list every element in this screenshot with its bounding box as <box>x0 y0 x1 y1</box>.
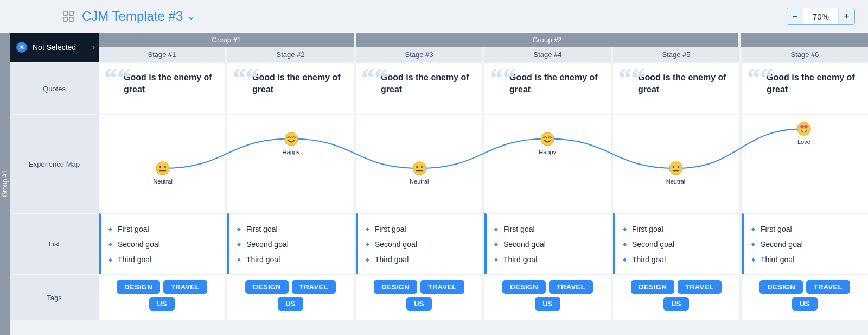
tag-chip[interactable]: US <box>663 297 689 311</box>
tags-cell[interactable]: DESIGNTRAVELUS <box>356 274 482 320</box>
svg-rect-3 <box>69 17 73 21</box>
tag-chip[interactable]: US <box>149 297 175 311</box>
stage-header[interactable]: Stage #6 <box>742 47 868 62</box>
groups-header: Group #1Group #2 <box>99 33 868 47</box>
tag-chip[interactable]: TRAVEL <box>420 280 464 294</box>
list-cell[interactable]: First goalSecond goalThird goal <box>742 213 868 274</box>
quote-icon: ““ <box>490 71 516 86</box>
quote-cell[interactable]: ““Good is the enemy of great <box>484 62 611 114</box>
list-item: Third goal <box>366 252 475 267</box>
row-tags: DESIGNTRAVELUSDESIGNTRAVELUSDESIGNTRAVEL… <box>99 274 868 320</box>
row-group-label: Group #1 <box>1 170 9 197</box>
quote-cell[interactable]: ““Good is the enemy of great <box>356 62 482 114</box>
stages-header: Stage #1Stage #2Stage #3Stage #4Stage #5… <box>99 47 868 62</box>
tag-chip[interactable]: DESIGN <box>374 280 417 294</box>
row-group-gutter[interactable]: Group #1 <box>0 33 10 335</box>
mood-label: Neutral <box>153 178 172 185</box>
list-item: Second goal <box>751 237 860 252</box>
list-item: First goal <box>623 222 732 237</box>
group-header[interactable]: Group #2 <box>356 33 738 47</box>
row-labels-column: ✕ Not Selected ›› Quotes Experience Map … <box>10 33 99 335</box>
tag-chip[interactable]: TRAVEL <box>549 280 593 294</box>
persona-selector[interactable]: ✕ Not Selected ›› <box>10 33 99 62</box>
quote-cell[interactable]: ““Good is the enemy of great <box>99 62 225 114</box>
list-cell[interactable]: First goalSecond goalThird goal <box>227 213 354 274</box>
expand-icon[interactable]: ›› <box>92 43 93 51</box>
grid-main: Group #1Group #2 Stage #1Stage #2Stage #… <box>99 33 868 335</box>
tag-chip[interactable]: DESIGN <box>760 280 803 294</box>
tag-chip[interactable]: DESIGN <box>245 280 289 294</box>
list-item: Second goal <box>108 237 218 252</box>
quote-icon: ““ <box>233 71 259 86</box>
experience-cell[interactable] <box>99 114 225 213</box>
list-cell[interactable]: First goalSecond goalThird goal <box>613 213 739 274</box>
experience-cell[interactable] <box>484 114 611 213</box>
quote-text: Good is the enemy of great <box>638 72 732 96</box>
mood-label: Happy <box>539 149 556 155</box>
list-item: First goal <box>366 222 475 237</box>
tag-chip[interactable]: TRAVEL <box>292 280 336 294</box>
row-list: First goalSecond goalThird goalFirst goa… <box>99 213 868 274</box>
row-label-tags[interactable]: Tags <box>10 274 99 320</box>
tag-chip[interactable]: US <box>406 297 432 311</box>
stage-header[interactable]: Stage #5 <box>613 47 739 62</box>
group-header-empty[interactable] <box>741 33 868 47</box>
list-item: Third goal <box>494 252 603 267</box>
tag-chip[interactable]: US <box>278 297 303 311</box>
tags-cell[interactable]: DESIGNTRAVELUS <box>613 274 739 320</box>
tag-chip[interactable]: DESIGN <box>631 280 674 294</box>
tag-chip[interactable]: TRAVEL <box>678 280 722 294</box>
persona-label: Not Selected <box>33 43 76 52</box>
list-cell[interactable]: First goalSecond goalThird goal <box>484 213 611 274</box>
zoom-value[interactable]: 70% <box>803 12 838 21</box>
list-item: Second goal <box>623 237 732 252</box>
list-item: First goal <box>494 222 603 237</box>
tag-chip[interactable]: TRAVEL <box>163 280 207 294</box>
experience-cell[interactable] <box>613 114 739 213</box>
zoom-in-button[interactable]: + <box>838 8 854 24</box>
experience-cell[interactable] <box>227 114 354 213</box>
list-item: Third goal <box>108 252 218 267</box>
quote-text: Good is the enemy of great <box>252 72 346 96</box>
svg-rect-2 <box>63 17 67 21</box>
quote-icon: ““ <box>618 71 644 86</box>
quote-cell[interactable]: ““Good is the enemy of great <box>742 62 868 114</box>
row-label-experience[interactable]: Experience Map <box>10 114 99 213</box>
row-label-list[interactable]: List <box>10 213 99 274</box>
tag-chip[interactable]: US <box>792 297 818 311</box>
quote-text: Good is the enemy of great <box>381 72 475 96</box>
app-grid-icon[interactable] <box>62 10 74 22</box>
stage-header[interactable]: Stage #4 <box>484 47 611 62</box>
list-item: Second goal <box>366 237 475 252</box>
mood-label: Happy <box>283 149 300 155</box>
tags-cell[interactable]: DESIGNTRAVELUS <box>99 274 225 320</box>
experience-cell[interactable] <box>356 114 482 213</box>
document-title-dropdown[interactable]: CJM Template #3 ⌄ <box>82 9 195 24</box>
quote-cell[interactable]: ““Good is the enemy of great <box>227 62 354 114</box>
tags-cell[interactable]: DESIGNTRAVELUS <box>227 274 354 320</box>
stage-header[interactable]: Stage #3 <box>356 47 482 62</box>
list-item: Third goal <box>237 252 346 267</box>
experience-cell[interactable] <box>742 114 868 213</box>
zoom-out-button[interactable]: − <box>787 8 803 24</box>
list-cell[interactable]: First goalSecond goalThird goal <box>99 213 225 274</box>
tag-chip[interactable]: DESIGN <box>502 280 546 294</box>
group-header[interactable]: Group #1 <box>99 33 354 47</box>
tag-chip[interactable]: DESIGN <box>117 280 160 294</box>
list-cell[interactable]: First goalSecond goalThird goal <box>356 213 482 274</box>
quote-text: Good is the enemy of great <box>124 72 218 96</box>
stage-header[interactable]: Stage #1 <box>99 47 225 62</box>
list-item: First goal <box>751 222 860 237</box>
row-label-quotes[interactable]: Quotes <box>10 62 99 114</box>
stage-header[interactable]: Stage #2 <box>227 47 354 62</box>
quote-icon: ““ <box>747 71 773 86</box>
tag-chip[interactable]: TRAVEL <box>806 280 850 294</box>
tag-chip[interactable]: US <box>535 297 560 311</box>
quote-cell[interactable]: ““Good is the enemy of great <box>613 62 739 114</box>
tags-cell[interactable]: DESIGNTRAVELUS <box>742 274 868 320</box>
tags-cell[interactable]: DESIGNTRAVELUS <box>484 274 611 320</box>
svg-rect-1 <box>69 11 73 15</box>
zoom-control: − 70% + <box>787 8 855 25</box>
close-circle-icon[interactable]: ✕ <box>16 42 27 53</box>
toolbar: CJM Template #3 ⌄ − 70% + <box>0 0 868 33</box>
